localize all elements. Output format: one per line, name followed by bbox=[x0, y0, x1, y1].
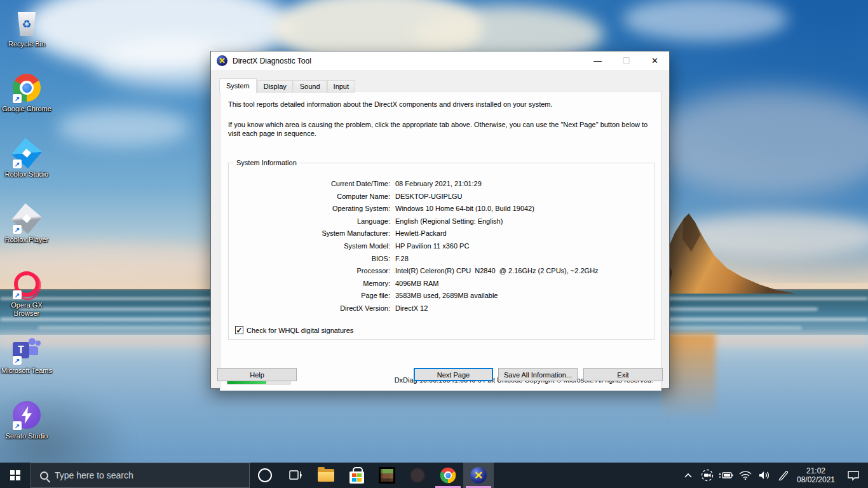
title-bar[interactable]: ✕ DirectX Diagnostic Tool — ☐ ✕ bbox=[211, 51, 669, 70]
icon-label: Opera GX Browser bbox=[0, 301, 53, 318]
system-info-row: DirectX Version: DirectX 12 bbox=[229, 302, 654, 315]
notification-icon bbox=[846, 470, 860, 481]
info-label: BIOS: bbox=[229, 253, 395, 266]
info-label: Current Date/Time: bbox=[229, 178, 395, 191]
system-info-row: Computer Name: DESKTOP-UGIPLGU bbox=[229, 191, 654, 203]
system-info-row: System Model: HP Pavilion 11 x360 PC bbox=[229, 240, 654, 253]
tab-sound[interactable]: Sound bbox=[294, 80, 327, 93]
shortcut-arrow-icon: ↗ bbox=[13, 290, 22, 299]
whql-checkbox[interactable]: ✓ bbox=[235, 326, 243, 334]
wifi-icon bbox=[738, 470, 752, 480]
desktop-icon-roblox-studio[interactable]: ↗ Roblox Studio bbox=[0, 138, 53, 179]
system-info-row: BIOS: F.28 bbox=[229, 253, 654, 266]
info-value: English (Regional Setting: English) bbox=[395, 215, 654, 228]
whql-checkbox-label: Check for WHQL digital signatures bbox=[247, 327, 353, 334]
directx-icon: ✕ bbox=[217, 55, 227, 66]
hidden-icons-chevron[interactable] bbox=[679, 463, 698, 488]
start-button[interactable] bbox=[0, 463, 31, 488]
microsoft-store-button[interactable] bbox=[341, 463, 372, 488]
system-tab-page: This tool reports detailed information a… bbox=[220, 91, 661, 391]
window-title: DirectX Diagnostic Tool bbox=[233, 57, 311, 65]
shortcut-arrow-icon: ↗ bbox=[13, 356, 22, 365]
pen-workspace[interactable] bbox=[774, 463, 793, 488]
cliff-reflection bbox=[662, 334, 715, 419]
info-value: HP Pavilion 11 x360 PC bbox=[395, 240, 654, 253]
meet-now-button[interactable] bbox=[698, 463, 717, 488]
cliff bbox=[658, 214, 796, 294]
desktop-icon-google-chrome[interactable]: ↗ Google Chrome bbox=[0, 72, 53, 113]
microsoft-store-icon bbox=[349, 471, 364, 484]
info-label: Processor: bbox=[229, 265, 395, 278]
cortana-icon bbox=[258, 468, 272, 482]
info-label: Language: bbox=[229, 215, 395, 228]
exit-button[interactable]: Exit bbox=[583, 368, 663, 381]
desktop: ♻ Recycle Bin ↗ Google Chrome ↗ Roblox S… bbox=[0, 0, 868, 488]
maximize-button: ☐ bbox=[612, 51, 641, 70]
taskbar: ✕ bbox=[0, 463, 868, 488]
info-value: F.28 bbox=[395, 253, 654, 266]
info-label: System Manufacturer: bbox=[229, 227, 395, 240]
faded-app-button[interactable] bbox=[402, 463, 433, 488]
desktop-icon-recycle-bin[interactable]: ♻ Recycle Bin bbox=[0, 8, 53, 48]
clock-time: 21:02 bbox=[793, 466, 839, 475]
whql-checkbox-row[interactable]: ✓ Check for WHQL digital signatures bbox=[235, 326, 353, 334]
system-info-row: System Manufacturer: Hewlett-Packard bbox=[229, 227, 654, 240]
cortana-button[interactable] bbox=[250, 463, 280, 488]
taskbar-search[interactable] bbox=[31, 463, 250, 488]
file-explorer-button[interactable] bbox=[311, 463, 341, 488]
minimize-button[interactable]: — bbox=[583, 51, 612, 70]
taskbar-clock[interactable]: 21:02 08/02/2021 bbox=[793, 466, 839, 484]
meet-now-icon bbox=[700, 468, 714, 482]
search-icon bbox=[40, 471, 48, 480]
task-view-button[interactable] bbox=[280, 463, 311, 488]
search-input[interactable] bbox=[55, 470, 220, 480]
icon-label: Recycle Bin bbox=[0, 40, 53, 48]
system-tray: 21:02 08/02/2021 bbox=[679, 463, 868, 488]
desktop-icon-serato-studio[interactable]: ↗ Serato Studio bbox=[0, 400, 53, 440]
next-page-button[interactable]: Next Page bbox=[414, 368, 493, 381]
system-info-row: Processor: Intel(R) Celeron(R) CPU N2840… bbox=[229, 265, 654, 278]
tab-strip: System Display Sound Input bbox=[219, 78, 356, 93]
system-info-row: Language: English (Regional Setting: Eng… bbox=[229, 215, 654, 228]
info-value: 4096MB RAM bbox=[395, 278, 654, 290]
system-info-row: Page file: 3583MB used, 2689MB available bbox=[229, 290, 654, 302]
desktop-icon-opera-gx[interactable]: ↗ Opera GX Browser bbox=[0, 269, 53, 318]
directx-icon: ✕ bbox=[470, 467, 487, 484]
tab-input[interactable]: Input bbox=[327, 80, 355, 93]
desktop-icon-microsoft-teams[interactable]: T ↗ Microsoft Teams bbox=[0, 334, 53, 375]
info-label: Memory: bbox=[229, 278, 395, 290]
icon-label: Serato Studio bbox=[0, 432, 53, 440]
tab-system[interactable]: System bbox=[219, 78, 257, 93]
info-label: Page file: bbox=[229, 290, 395, 302]
minecraft-button[interactable] bbox=[372, 463, 402, 488]
shortcut-arrow-icon: ↗ bbox=[13, 94, 22, 103]
pen-icon bbox=[777, 470, 790, 481]
system-info-row: Current Date/Time: 08 February 2021, 21:… bbox=[229, 178, 654, 191]
minecraft-icon bbox=[379, 467, 395, 484]
battery-status[interactable] bbox=[717, 463, 736, 488]
save-all-information-button[interactable]: Save All Information... bbox=[498, 368, 578, 381]
desktop-icon-roblox-player[interactable]: ↗ Roblox Player bbox=[0, 203, 53, 244]
chrome-taskbar-button[interactable] bbox=[433, 463, 463, 488]
info-value: DirectX 12 bbox=[395, 302, 654, 315]
windows-logo-icon bbox=[10, 470, 20, 480]
dxdiag-taskbar-button[interactable]: ✕ bbox=[463, 463, 494, 488]
groupbox-title: System Information bbox=[234, 159, 299, 166]
help-button[interactable]: Help bbox=[217, 368, 297, 381]
shortcut-arrow-icon: ↗ bbox=[13, 225, 22, 234]
chevron-up-icon bbox=[684, 472, 693, 478]
faded-app-icon bbox=[410, 468, 424, 482]
action-center-button[interactable] bbox=[839, 463, 868, 488]
info-value: 08 February 2021, 21:01:29 bbox=[395, 178, 654, 191]
dxdiag-window: ✕ DirectX Diagnostic Tool — ☐ ✕ System D… bbox=[210, 51, 670, 389]
tab-display[interactable]: Display bbox=[257, 80, 293, 93]
intro-text-2: If you know which area is causing the pr… bbox=[228, 120, 653, 138]
volume-status[interactable] bbox=[755, 463, 774, 488]
system-information-groupbox: System Information Current Date/Time: 08… bbox=[228, 163, 654, 340]
info-value: 3583MB used, 2689MB available bbox=[395, 290, 654, 302]
chrome-icon bbox=[440, 468, 456, 484]
recycle-bin-icon: ♻ bbox=[17, 12, 37, 36]
close-button[interactable]: ✕ bbox=[641, 51, 669, 70]
wifi-status[interactable] bbox=[736, 463, 755, 488]
info-label: Operating System: bbox=[229, 203, 395, 215]
